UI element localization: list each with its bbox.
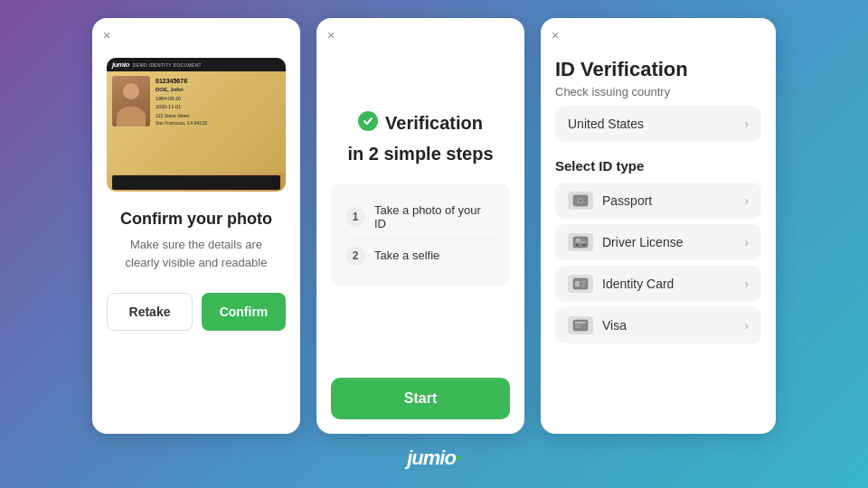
id-type-passport[interactable]: Passport ›: [555, 183, 761, 219]
identity-card-label: Identity Card: [602, 277, 674, 291]
id-barcode: [112, 175, 280, 190]
visa-icon: [568, 316, 593, 334]
id-header: jumio DEMO IDENTITY DOCUMENT: [107, 58, 286, 71]
id-image: jumio DEMO IDENTITY DOCUMENT 012345678 D…: [107, 58, 286, 192]
confirm-subtitle: Make sure the details are clearly visibl…: [107, 236, 286, 271]
id-type-identity-card[interactable]: Identity Card ›: [555, 266, 761, 302]
verification-heading2: in 2 simple steps: [347, 142, 493, 165]
id-type-list: Passport › Driver License: [555, 183, 761, 343]
passport-label: Passport: [602, 193, 652, 208]
id-details: 012345678 DOE, John 1984-08-20 2030-11-0…: [156, 76, 280, 169]
id-photo-body: [117, 107, 146, 127]
visa-left: Visa: [568, 316, 627, 334]
id-dob: 1984-08-20: [156, 95, 280, 103]
id-photo-head: [123, 83, 139, 99]
card3-close-button[interactable]: ×: [552, 29, 559, 42]
svg-rect-7: [576, 239, 580, 241]
bottom-logo: jumio: [407, 446, 461, 470]
id-number: 012345678: [156, 76, 280, 86]
id-address: 123 Some StreetSan Francisco, CA 94118: [156, 113, 280, 127]
visa-label: Visa: [602, 318, 627, 333]
step-2-label: Take a selfie: [374, 249, 439, 262]
step-2: 2 Take a selfie: [345, 238, 495, 273]
passport-left: Passport: [568, 192, 652, 210]
retake-button[interactable]: Retake: [107, 293, 193, 331]
country-selector[interactable]: United States ›: [555, 106, 761, 142]
svg-rect-6: [575, 241, 586, 243]
id-body: 012345678 DOE, John 1984-08-20 2030-11-0…: [107, 71, 286, 174]
svg-rect-16: [575, 327, 580, 328]
svg-point-4: [576, 244, 579, 247]
id-logo: jumio: [112, 61, 129, 69]
driver-license-label: Driver License: [602, 235, 683, 249]
step-1-label: Take a photo of your ID: [374, 203, 495, 230]
svg-rect-9: [575, 281, 580, 286]
id-header-label: DEMO IDENTITY DOCUMENT: [133, 62, 202, 68]
id-expiry: 2030-11-01: [156, 103, 280, 111]
brand-name-io: io: [439, 446, 456, 469]
verification-check-icon: [358, 111, 378, 131]
driver-license-chevron-icon: ›: [744, 235, 749, 249]
step-1: 1 Take a photo of your ID: [345, 196, 495, 238]
steps-box: 1 Take a photo of your ID 2 Take a selfi…: [331, 183, 510, 286]
svg-rect-15: [575, 325, 582, 326]
svg-rect-12: [581, 286, 584, 287]
visa-chevron-icon: ›: [744, 318, 749, 333]
driver-license-left: Driver License: [568, 233, 683, 251]
id-name: DOE, John: [156, 86, 280, 95]
passport-icon: [568, 192, 593, 210]
confirm-title: Confirm your photo: [120, 210, 272, 229]
step-1-num: 1: [345, 207, 365, 227]
passport-chevron-icon: ›: [744, 193, 749, 208]
identity-card-chevron-icon: ›: [744, 277, 749, 291]
identity-card-left: Identity Card: [568, 275, 674, 293]
select-id-type-label: Select ID type: [555, 158, 761, 174]
svg-point-5: [583, 244, 586, 247]
id-verification-title: ID Verification: [555, 58, 761, 81]
card-id-verification: × ID Verification Check issuing country …: [541, 18, 776, 434]
svg-rect-14: [575, 322, 586, 324]
confirm-button[interactable]: Confirm: [202, 293, 286, 331]
identity-card-icon: [568, 275, 593, 293]
svg-rect-11: [581, 284, 585, 285]
brand-dot: [457, 455, 461, 460]
id-photo: [112, 76, 150, 127]
start-button[interactable]: Start: [331, 378, 510, 419]
card2-inner: Verification in 2 simple steps 1 Take a …: [331, 33, 510, 369]
step-2-num: 2: [345, 246, 365, 266]
verification-heading1: Verification: [385, 111, 483, 135]
svg-point-2: [580, 200, 582, 202]
card-confirm-photo: × jumio DEMO IDENTITY DOCUMENT 012345678…: [92, 18, 300, 434]
card2-close-button[interactable]: ×: [327, 29, 335, 42]
brand-name: jum: [407, 446, 439, 469]
cards-container: × jumio DEMO IDENTITY DOCUMENT 012345678…: [92, 18, 776, 434]
card1-close-button[interactable]: ×: [103, 29, 110, 42]
card-verification-steps: × Verification in 2 simple steps 1 Take …: [316, 18, 524, 434]
check-country-label: Check issuing country: [555, 85, 761, 99]
svg-rect-10: [581, 281, 586, 283]
driver-license-icon: [568, 233, 593, 251]
id-type-driver-license[interactable]: Driver License ›: [555, 224, 761, 260]
country-chevron-icon: ›: [744, 117, 749, 131]
confirm-buttons: Retake Confirm: [107, 293, 286, 331]
country-value: United States: [568, 117, 644, 131]
id-type-visa[interactable]: Visa ›: [555, 307, 761, 343]
